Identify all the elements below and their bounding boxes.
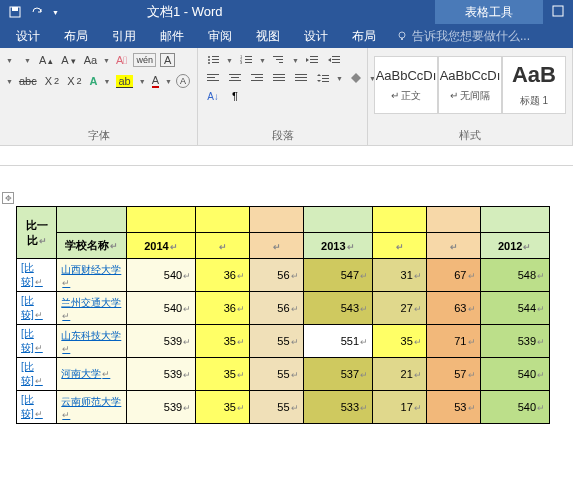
data-cell[interactable]: 36↵ — [196, 259, 250, 292]
data-cell[interactable]: 537↵ — [303, 358, 372, 391]
compare-link[interactable]: [比较]↵ — [17, 325, 57, 358]
qat-dropdown-icon[interactable]: ▼ — [52, 9, 59, 16]
enclose-char-button[interactable]: A — [176, 74, 190, 88]
data-cell[interactable]: 31↵ — [373, 259, 427, 292]
minimize-icon[interactable] — [551, 7, 565, 21]
col-header[interactable]: ↵ — [249, 233, 303, 259]
shading-button[interactable] — [347, 70, 365, 86]
line-spacing-button[interactable] — [314, 70, 332, 86]
data-cell[interactable]: 56↵ — [249, 292, 303, 325]
col-header[interactable]: 2012↵ — [480, 233, 550, 259]
numbering-button[interactable]: 123 — [237, 52, 255, 68]
tell-me-search[interactable]: 告诉我您想要做什么... — [388, 28, 530, 45]
col-header[interactable]: 学校名称↵ — [57, 233, 126, 259]
compare-link[interactable]: [比较]↵ — [17, 259, 57, 292]
numbering-dropdown-icon[interactable]: ▼ — [259, 57, 266, 64]
data-cell[interactable]: 17↵ — [373, 391, 427, 424]
underline-dropdown-icon[interactable]: ▼ — [6, 78, 13, 85]
data-cell[interactable]: 63↵ — [426, 292, 480, 325]
school-cell[interactable]: 云南师范大学↵ — [57, 391, 126, 424]
data-cell[interactable]: 533↵ — [303, 391, 372, 424]
col-header[interactable]: ↵ — [196, 233, 250, 259]
distribute-button[interactable] — [292, 70, 310, 86]
spacing-dropdown-icon[interactable]: ▼ — [336, 75, 343, 82]
tab-table-design[interactable]: 设计 — [292, 24, 340, 48]
clear-format-button[interactable]: A⃠ — [114, 52, 129, 68]
school-cell[interactable]: 兰州交通大学↵ — [57, 292, 126, 325]
font-color-button[interactable]: A — [150, 72, 161, 90]
font-dropdown-icon[interactable]: ▼ — [6, 57, 13, 64]
data-cell[interactable]: 540↵ — [126, 259, 195, 292]
school-cell[interactable]: 山西财经大学↵ — [57, 259, 126, 292]
table-move-handle[interactable]: ✥ — [2, 192, 14, 204]
school-cell[interactable]: 山东科技大学↵ — [57, 325, 126, 358]
ruler[interactable] — [0, 146, 573, 166]
data-cell[interactable]: 27↵ — [373, 292, 427, 325]
data-cell[interactable]: 544↵ — [480, 292, 550, 325]
tab-design[interactable]: 设计 — [4, 24, 52, 48]
multilevel-button[interactable] — [270, 52, 288, 68]
col-header[interactable]: ↵ — [426, 233, 480, 259]
style-no-spacing[interactable]: AaBbCcDı ↵ 无间隔 — [438, 56, 502, 114]
bullets-button[interactable] — [204, 52, 222, 68]
bullets-dropdown-icon[interactable]: ▼ — [226, 57, 233, 64]
data-cell[interactable]: 35↵ — [196, 325, 250, 358]
col-header[interactable]: 2014↵ — [126, 233, 195, 259]
data-cell[interactable]: 539↵ — [126, 358, 195, 391]
compare-link[interactable]: [比较]↵ — [17, 358, 57, 391]
data-cell[interactable]: 57↵ — [426, 358, 480, 391]
align-left-button[interactable] — [204, 70, 222, 86]
fontcolor-dropdown-icon[interactable]: ▼ — [165, 78, 172, 85]
data-cell[interactable]: 56↵ — [249, 259, 303, 292]
data-cell[interactable]: 551↵ — [303, 325, 372, 358]
data-cell[interactable]: 71↵ — [426, 325, 480, 358]
decrease-indent-button[interactable] — [303, 52, 321, 68]
data-cell[interactable]: 543↵ — [303, 292, 372, 325]
data-cell[interactable]: 35↵ — [373, 325, 427, 358]
compare-link[interactable]: [比较]↵ — [17, 391, 57, 424]
data-cell[interactable]: 35↵ — [196, 391, 250, 424]
highlight-button[interactable]: ab — [114, 73, 134, 90]
increase-indent-button[interactable] — [325, 52, 343, 68]
tab-mailings[interactable]: 邮件 — [148, 24, 196, 48]
align-justify-button[interactable] — [270, 70, 288, 86]
data-cell[interactable]: 53↵ — [426, 391, 480, 424]
style-heading1[interactable]: AaB 标题 1 — [502, 56, 566, 114]
tab-view[interactable]: 视图 — [244, 24, 292, 48]
data-cell[interactable]: 55↵ — [249, 358, 303, 391]
data-cell[interactable]: 540↵ — [480, 391, 550, 424]
char-border-button[interactable]: A — [160, 53, 175, 67]
font-size-dropdown[interactable]: ▼ — [17, 52, 33, 68]
tab-references[interactable]: 引用 — [100, 24, 148, 48]
grow-font-button[interactable]: A▴ — [37, 52, 55, 68]
data-cell[interactable]: 540↵ — [126, 292, 195, 325]
tab-layout[interactable]: 布局 — [52, 24, 100, 48]
data-cell[interactable]: 55↵ — [249, 325, 303, 358]
strikethrough-button[interactable]: abc — [17, 73, 39, 89]
save-icon[interactable] — [8, 5, 22, 19]
tab-table-layout[interactable]: 布局 — [340, 24, 388, 48]
data-cell[interactable]: 547↵ — [303, 259, 372, 292]
redo-icon[interactable] — [30, 5, 44, 19]
col-header[interactable]: ↵ — [373, 233, 427, 259]
school-cell[interactable]: 河南大学↵ — [57, 358, 126, 391]
superscript-button[interactable]: X2 — [65, 73, 83, 89]
tab-review[interactable]: 审阅 — [196, 24, 244, 48]
data-cell[interactable]: 35↵ — [196, 358, 250, 391]
subscript-button[interactable]: X2 — [43, 73, 61, 89]
data-cell[interactable]: 539↵ — [126, 325, 195, 358]
corner-header[interactable]: 比一比↵ — [17, 207, 57, 259]
effects-dropdown-icon[interactable]: ▼ — [104, 78, 111, 85]
col-header[interactable]: 2013↵ — [303, 233, 372, 259]
align-right-button[interactable] — [248, 70, 266, 86]
data-cell[interactable]: 36↵ — [196, 292, 250, 325]
align-center-button[interactable] — [226, 70, 244, 86]
compare-link[interactable]: [比较]↵ — [17, 292, 57, 325]
data-cell[interactable]: 67↵ — [426, 259, 480, 292]
data-cell[interactable]: 55↵ — [249, 391, 303, 424]
change-case-button[interactable]: Aa — [82, 52, 99, 68]
multilevel-dropdown-icon[interactable]: ▼ — [292, 57, 299, 64]
shrink-font-button[interactable]: A▾ — [59, 52, 77, 68]
case-dropdown-icon[interactable]: ▼ — [103, 57, 110, 64]
show-marks-button[interactable]: ¶ — [226, 88, 244, 104]
